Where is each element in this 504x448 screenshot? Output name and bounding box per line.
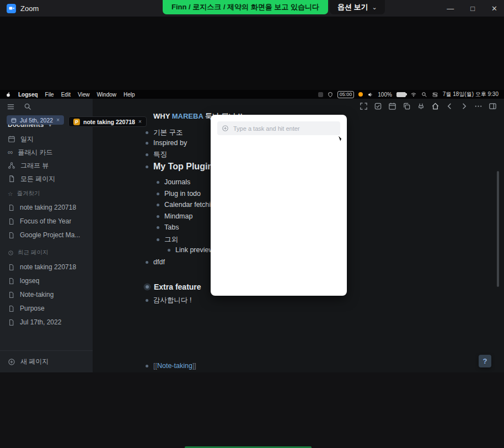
screen-record-timer[interactable]: 05:00 — [337, 91, 355, 98]
maximize-button[interactable]: □ — [470, 4, 475, 13]
bullet-dot[interactable] — [168, 249, 170, 252]
recent-page-label: Jul 17th, 2022 — [20, 318, 61, 326]
search-icon[interactable] — [24, 103, 32, 111]
bullet-dot[interactable] — [146, 153, 148, 156]
extra-feature-text: Extra feature — [154, 282, 201, 291]
sidebar-item-all-pages[interactable]: 모든 페이지 — [0, 172, 93, 185]
apple-menu-icon[interactable] — [6, 92, 11, 98]
bullet-item: Tabs — [157, 223, 179, 231]
fullscreen-icon[interactable] — [360, 102, 368, 110]
pages-icon — [8, 175, 15, 183]
bullet-dot[interactable] — [146, 299, 148, 302]
vertical-scrollbar[interactable] — [497, 171, 499, 287]
recent-page-label: Note-taking — [20, 291, 53, 298]
task-input[interactable] — [232, 125, 336, 132]
menu-edit[interactable]: Edit — [61, 92, 71, 98]
bullet-text: Plug in todo — [164, 190, 201, 198]
favorite-page-item[interactable]: Focus of the Year — [0, 215, 93, 228]
right-sidebar-toggle-icon[interactable] — [489, 102, 497, 110]
page-icon — [8, 305, 15, 312]
volume-icon[interactable] — [367, 92, 373, 98]
logseq-toolbar — [360, 102, 497, 110]
recent-pages-header-label: 최근 페이지 — [18, 249, 48, 257]
view-options-button[interactable]: 옵션 보기 ⌄ — [330, 0, 385, 14]
sidebar-item-graph-view[interactable]: 그래프 뷰 — [0, 159, 93, 172]
home-icon[interactable] — [431, 102, 439, 110]
menu-view[interactable]: View — [78, 92, 90, 98]
bullet-item: Journals — [157, 178, 190, 186]
sidebar-item-journals[interactable]: 일지 — [0, 132, 93, 146]
menubar-datetime[interactable]: 7월 18일(월) 오후 9:30 — [443, 90, 498, 98]
bullet-text: dfdf — [153, 258, 165, 266]
favorite-page-item[interactable]: note taking 220718 — [0, 201, 93, 214]
shield-icon[interactable] — [328, 92, 333, 98]
tasks-check-icon[interactable] — [374, 102, 382, 110]
tab-close-icon[interactable]: × — [56, 117, 60, 123]
bullet-dot[interactable] — [146, 261, 148, 264]
tab-note-taking-220718[interactable]: P note taking 220718 × — [68, 116, 147, 127]
recent-page-item[interactable]: Jul 17th, 2022 — [0, 316, 93, 329]
bracket-close: ]] — [192, 362, 196, 370]
shared-screen-background — [0, 17, 504, 90]
hamburger-menu-icon[interactable] — [7, 103, 15, 111]
favorites-header: ☆ 즐겨찾기 — [8, 190, 40, 198]
battery-percent: 100% — [378, 92, 392, 98]
sidebar-item-flashcards[interactable]: ∞ 플래시 카드 — [0, 146, 93, 159]
minimize-button[interactable]: — — [447, 4, 454, 13]
recent-page-item[interactable]: Note-taking — [0, 288, 93, 301]
recent-page-item[interactable]: logseq — [0, 274, 93, 287]
tab-label: note taking 220718 — [83, 119, 135, 125]
page-icon — [8, 278, 15, 285]
tab-jul-5th-2022[interactable]: Jul 5th, 2022 × — [7, 115, 64, 125]
bracket-open: [[ — [153, 362, 157, 370]
copy-icon[interactable] — [403, 102, 411, 110]
tab-close-icon[interactable]: × — [138, 119, 142, 125]
spotlight-search-icon[interactable] — [421, 92, 427, 98]
menu-help[interactable]: Help — [124, 92, 135, 98]
forward-arrow-icon[interactable] — [460, 102, 468, 110]
bullet-dot[interactable] — [146, 131, 148, 134]
menu-window[interactable]: Window — [96, 92, 116, 98]
recent-page-label: Purpose — [20, 305, 45, 312]
wifi-icon[interactable] — [410, 92, 417, 98]
bullet-dot[interactable] — [157, 238, 159, 241]
extra-feature-heading: Extra feature — [146, 282, 201, 291]
menu-file[interactable]: File — [45, 92, 54, 98]
bullet-dot[interactable] — [157, 181, 159, 184]
bullet-item: 감사합니다 ! — [146, 296, 191, 305]
bullet-dot[interactable] — [157, 204, 159, 206]
page-icon — [8, 218, 15, 225]
bullet-dot[interactable] — [157, 193, 159, 195]
calendar-icon[interactable] — [388, 102, 396, 110]
favorite-page-label: note taking 220718 — [20, 204, 76, 211]
bullet-item: Link preview — [168, 246, 213, 254]
status-app-icon[interactable] — [318, 92, 323, 97]
note-taking-page-link[interactable]: Note-taking — [157, 362, 192, 370]
back-arrow-icon[interactable] — [446, 102, 454, 110]
control-center-icon[interactable] — [432, 92, 438, 98]
plugin-icon[interactable] — [417, 102, 425, 110]
bullet-dot[interactable] — [146, 365, 148, 367]
bullet-dot[interactable] — [146, 166, 148, 168]
more-options-icon[interactable] — [474, 102, 482, 110]
bullet-item: 그외 — [157, 235, 178, 244]
menu-app-name[interactable]: Logseq — [18, 92, 38, 98]
new-page-button[interactable]: 새 페이지 — [0, 350, 93, 372]
new-page-label: 새 페이지 — [20, 357, 49, 366]
recent-page-item[interactable]: Purpose — [0, 302, 93, 315]
collapsed-bullet-dot[interactable] — [146, 285, 149, 289]
close-button[interactable]: ✕ — [491, 4, 497, 13]
bullet-dot[interactable] — [157, 215, 159, 218]
left-sidebar: Documents ▾ 일지 ∞ 플래시 카드 그래프 뷰 모든 페이지 — [0, 98, 93, 372]
bullet-text: Inspired by — [153, 139, 187, 147]
bullet-dot[interactable] — [157, 226, 159, 229]
share-status-text: Finn / 로지스크 / 제약의 화면을 보고 있습니다 — [163, 0, 328, 14]
favorite-page-item[interactable]: Google Project Ma... — [0, 228, 93, 242]
help-button[interactable]: ? — [479, 355, 491, 367]
flashcards-icon: ∞ — [8, 148, 13, 156]
bullet-text: 그외 — [164, 235, 178, 244]
heading-page-link[interactable]: MAREBA — [172, 112, 203, 120]
recent-page-item[interactable]: note taking 220718 — [0, 260, 93, 274]
bullet-dot[interactable] — [146, 142, 148, 145]
chevron-down-icon: ⌄ — [372, 4, 377, 11]
